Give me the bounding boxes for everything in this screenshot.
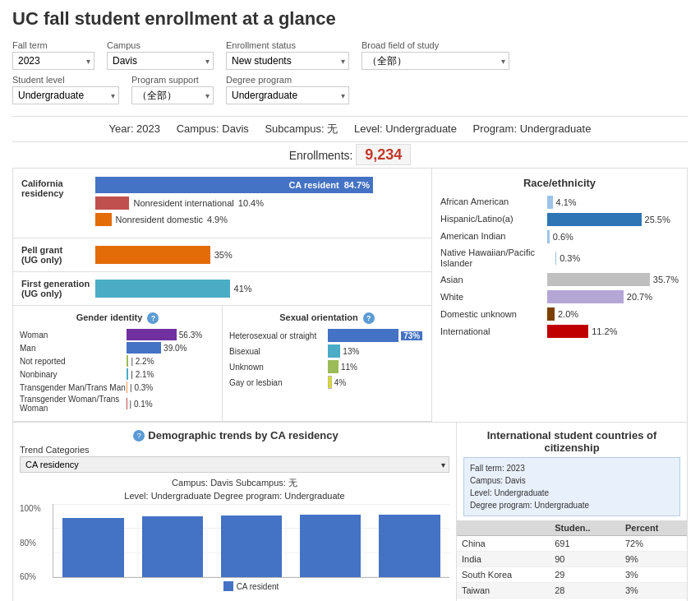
filter-program-support: Program support （全部） — [131, 75, 214, 104]
orient-unknown-label: Unknown — [229, 363, 328, 372]
right-panel: Race/ethnicity African American 4.1% His… — [432, 169, 687, 422]
ca-label-inside: CA resident — [288, 180, 338, 190]
chart-area — [53, 504, 449, 578]
intl-row-students: 691 — [550, 536, 620, 552]
race-ai-bar — [547, 230, 550, 243]
trend-chart: 100% 80% 60% — [20, 504, 449, 594]
intl-degree: Degree program: Undergraduate — [470, 499, 674, 511]
gender-transwoman-bar — [127, 398, 127, 409]
residency-bars: CA resident 84.7% Nonresident internatio… — [95, 177, 423, 229]
bar-2022 — [300, 515, 362, 577]
page-title: UC fall student enrollment at a glance — [12, 8, 688, 30]
intl-row-country: South Korea — [457, 567, 550, 583]
student-level-select[interactable]: Undergraduate — [12, 86, 119, 104]
campus-select-wrapper[interactable]: Davis — [107, 52, 214, 70]
broad-field-select[interactable]: （全部） — [362, 52, 509, 70]
student-level-select-wrapper[interactable]: Undergraduate — [12, 86, 119, 104]
race-intl-bar — [547, 325, 588, 338]
race-hisp-pct: 25.5% — [645, 215, 670, 224]
fall-term-select-wrapper[interactable]: 2023 — [12, 52, 94, 70]
trend-info-icon[interactable]: ? — [133, 430, 145, 442]
program-support-select-wrapper[interactable]: （全部） — [131, 86, 214, 104]
gender-row-transwoman: Transgender Woman/Trans Woman | 0.1% — [20, 395, 215, 413]
gender-man-bar — [127, 342, 161, 354]
summary-bar: Year: 2023 Campus: Davis Subcampus: 无 Le… — [12, 116, 688, 142]
firstgen-pct: 41% — [234, 284, 252, 294]
pell-section: Pell grant(UG only) 35% — [13, 238, 431, 272]
trend-category-select[interactable]: CA residency — [20, 456, 449, 473]
intl-col-students: Studen.. — [550, 520, 620, 536]
intl-row-pct: 9% — [620, 552, 687, 567]
intl-row-pct: 3% — [620, 567, 687, 583]
gender-row-woman: Woman 56.3% — [20, 329, 215, 340]
race-row-asian: Asian 35.7% — [440, 273, 679, 286]
bottom-content: ? Demographic trends by CA residency Tre… — [12, 423, 688, 601]
summary-program: Program: Undergraduate — [473, 123, 592, 135]
gender-row-notreported: Not reported | 2.2% — [20, 355, 215, 367]
pell-pct: 35% — [214, 250, 233, 260]
intl-table-row: Taiwan283% — [457, 583, 687, 599]
filter-row-2: Student level Undergraduate Program supp… — [12, 75, 688, 104]
gender-transman-pct: | 0.3% — [130, 383, 153, 392]
orientation-info-icon[interactable]: ? — [363, 312, 375, 324]
nonres-dom-pct: 4.9% — [207, 215, 228, 224]
campus-select[interactable]: Davis — [107, 52, 214, 70]
gender-info-icon[interactable]: ? — [147, 312, 159, 324]
firstgen-bar-area: 41% — [95, 280, 423, 298]
trend-subtitle2: Level: Undergraduate Degree program: Und… — [20, 491, 449, 501]
intl-row-pct: 3% — [620, 583, 687, 599]
race-asian-label: Asian — [440, 275, 547, 285]
orient-row-gay: Gay or lesbian 4% — [229, 376, 425, 389]
bar-col-2019 — [55, 518, 131, 577]
filter-campus: Campus Davis — [107, 40, 214, 70]
gender-woman-bar — [127, 329, 177, 340]
trend-legend: CA resident — [53, 581, 449, 591]
filter-degree-program: Degree program Undergraduate — [226, 75, 349, 104]
residency-section: Californiaresidency CA resident 84.7% — [13, 169, 431, 238]
gender-nonbinary-bar — [127, 368, 128, 380]
degree-program-select[interactable]: Undergraduate — [226, 86, 349, 104]
gender-row-transman: Transgender Man/Trans Man | 0.3% — [20, 381, 215, 393]
race-white-pct: 20.7% — [627, 292, 652, 302]
filter-fall-term: Fall term 2023 — [12, 40, 94, 70]
legend-label: CA resident — [237, 582, 279, 591]
bar-2020 — [142, 516, 204, 577]
program-support-select[interactable]: （全部） — [131, 86, 214, 104]
race-asian-pct: 35.7% — [653, 275, 679, 284]
trend-category-select-wrapper[interactable]: CA residency — [20, 456, 449, 473]
nonres-dom-label: Nonresident domestic — [116, 215, 203, 224]
gender-notreported-bar — [127, 355, 128, 367]
broad-field-label: Broad field of study — [362, 40, 509, 50]
pell-bar — [95, 246, 210, 264]
program-support-label: Program support — [131, 75, 214, 85]
gender-row-man: Man 39.0% — [20, 342, 215, 354]
degree-program-select-wrapper[interactable]: Undergraduate — [226, 86, 349, 104]
nonres-intl-pct: 10.4% — [238, 198, 264, 208]
gender-transwoman-pct: | 0.1% — [130, 400, 153, 409]
race-row-unk: Domestic unknown 2.0% — [440, 307, 679, 321]
orient-bisexual-bar — [328, 344, 340, 358]
race-white-label: White — [440, 292, 547, 303]
intl-row-country: India — [457, 552, 550, 567]
enrollment-status-select-wrapper[interactable]: New students — [226, 52, 349, 70]
gender-transman-label: Transgender Man/Trans Man — [20, 383, 127, 392]
enrollment-status-select[interactable]: New students — [226, 52, 349, 70]
race-header: Race/ethnicity — [440, 177, 679, 189]
orient-hetero-pct: 73% — [401, 331, 422, 340]
ca-resident-row: CA resident 84.7% — [95, 177, 423, 193]
orient-unknown-pct: 11% — [341, 363, 357, 372]
race-row-aa: African American 4.1% — [440, 196, 679, 209]
race-asian-bar — [547, 273, 650, 286]
bar-col-2020 — [134, 516, 210, 577]
summary-subcampus: Subcampus: 无 — [265, 123, 338, 135]
nonres-intl-bar — [95, 196, 129, 210]
y-axis: 100% 80% 60% — [20, 504, 41, 594]
race-row-hisp: Hispanic/Latino(a) 25.5% — [440, 213, 679, 226]
race-ai-label: American Indian — [440, 231, 547, 242]
residency-label: Californiaresidency — [21, 177, 95, 198]
broad-field-select-wrapper[interactable]: （全部） — [362, 52, 509, 70]
fall-term-select[interactable]: 2023 — [12, 52, 94, 70]
intl-row-country: China — [457, 536, 550, 552]
orientation-header: Sexual orientation ? — [229, 312, 425, 324]
intl-row-students: 90 — [550, 552, 620, 567]
